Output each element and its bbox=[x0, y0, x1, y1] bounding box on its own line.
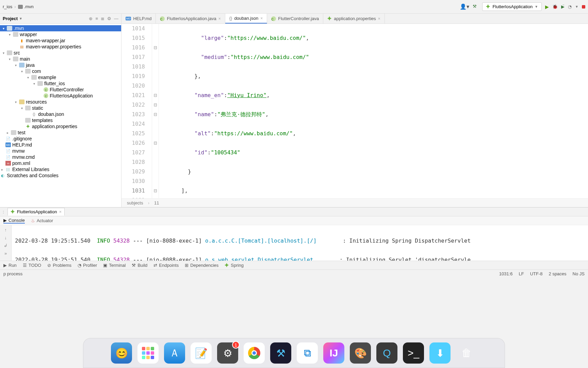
dock-chrome[interactable] bbox=[244, 342, 265, 364]
tree-node-appprops[interactable]: ⯌application.properties bbox=[0, 123, 121, 129]
cursor-position[interactable]: 1031:6 bbox=[499, 271, 513, 276]
dock-vscode[interactable]: ⧉ bbox=[297, 342, 318, 364]
endpoints-tool[interactable]: ⇄Endpoints bbox=[153, 263, 179, 268]
spring-tool[interactable]: ⯌Spring bbox=[225, 263, 244, 268]
top-toolbar: r_ios › .mvn 👤▾ ⚒ ⯌ FlutterIosApplicatio… bbox=[0, 0, 588, 14]
tree-node-help[interactable]: MDHELP.md bbox=[0, 142, 121, 148]
tree-node-mvnw[interactable]: 📄mvnw bbox=[0, 148, 121, 154]
bottom-tool-strip: ▶Run ☰TODO ⊘Problems ◔Profiler ▣Terminal… bbox=[0, 261, 588, 270]
run-tool[interactable]: ▶Run bbox=[3, 263, 17, 268]
debug-button[interactable]: 🐞 bbox=[552, 4, 558, 9]
tree-node-main[interactable]: ▾main bbox=[0, 56, 121, 62]
problems-tool[interactable]: ⊘Problems bbox=[47, 263, 71, 268]
terminal-icon: ▣ bbox=[103, 263, 107, 268]
close-icon[interactable]: × bbox=[59, 209, 62, 214]
dock-finder[interactable]: 😊 bbox=[111, 342, 132, 364]
soft-wrap-icon[interactable]: ↲ bbox=[4, 243, 7, 248]
tab-fcontroller[interactable]: cFlutterController.java bbox=[267, 14, 323, 24]
project-title[interactable]: Project ▼ bbox=[3, 16, 89, 21]
code-area[interactable]: "large":"https://www.baidu.com/", "mediu… bbox=[159, 24, 588, 198]
dock-quicktime[interactable]: Q bbox=[376, 342, 397, 364]
spring-icon: ⯌ bbox=[486, 4, 490, 9]
more-icon[interactable]: » bbox=[4, 251, 7, 256]
tree-node-fapp[interactable]: cFlutterIosApplication bbox=[0, 93, 121, 99]
tree-node-douban[interactable]: {}douban.json bbox=[0, 111, 121, 117]
profiler-tool[interactable]: ◔Profiler bbox=[78, 263, 97, 268]
tree-node-scratches[interactable]: ◐Scratches and Consoles bbox=[0, 172, 121, 179]
encoding[interactable]: UTF-8 bbox=[530, 271, 543, 276]
dock-trash[interactable]: 🗑 bbox=[456, 342, 477, 364]
tree-node-mvn[interactable]: ▾.mvn bbox=[0, 25, 121, 31]
profile-button[interactable]: ◔ bbox=[568, 4, 572, 9]
stop-button[interactable] bbox=[582, 5, 585, 9]
markdown-icon: MD bbox=[126, 17, 131, 20]
dock-colormeter[interactable]: 🎨 bbox=[350, 342, 371, 364]
breadcrumb-item[interactable]: .mvn bbox=[18, 4, 34, 9]
todo-tool[interactable]: ☰TODO bbox=[23, 263, 41, 268]
run-tab[interactable]: ⯌ FlutterIosApplication × bbox=[7, 208, 65, 216]
user-icon[interactable]: 👤▾ bbox=[460, 3, 469, 10]
terminal-tool[interactable]: ▣Terminal bbox=[103, 263, 126, 268]
tree-node-mwp[interactable]: ▤maven-wrapper.properties bbox=[0, 44, 121, 50]
fold-column[interactable]: ⊟⊟⊟⊟⊟⊟ bbox=[152, 24, 159, 198]
breadcrumb-item[interactable]: r_ios bbox=[3, 4, 12, 9]
tree-node-example[interactable]: ▾example bbox=[0, 74, 121, 80]
dock-settings[interactable]: ⚙1 bbox=[217, 342, 238, 364]
tab-fapp[interactable]: cFlutterIosApplication.java× bbox=[156, 14, 225, 24]
run-config-dropdown[interactable]: ⯌ FlutterIosApplication ▼ bbox=[482, 2, 542, 11]
tree-node-templates[interactable]: templates bbox=[0, 117, 121, 123]
close-icon[interactable]: × bbox=[260, 16, 263, 21]
tree-node-src[interactable]: ▾src bbox=[0, 50, 121, 56]
dock-xcode[interactable]: ⚒ bbox=[270, 342, 291, 364]
dock-launchpad[interactable] bbox=[137, 342, 159, 364]
dock-downloads[interactable]: ⬇ bbox=[429, 342, 451, 364]
coverage-button[interactable]: ▶̈ bbox=[561, 4, 565, 9]
line-separator[interactable]: LF bbox=[519, 271, 524, 276]
hammer-icon[interactable]: ⚒ bbox=[473, 4, 479, 10]
tab-appprops[interactable]: ⯌application.properties× bbox=[323, 14, 385, 24]
breadcrumb-item[interactable]: 11 bbox=[154, 200, 159, 205]
tree-node-wrapper[interactable]: ▾wrapper bbox=[0, 31, 121, 37]
console-output[interactable]: 2022-03-28 19:25:51.540 INFO 54328 --- [… bbox=[12, 225, 588, 261]
tree-node-gitignore[interactable]: 📄.gitignore bbox=[0, 136, 121, 142]
editor-body[interactable]: 1014 1015 1016 1017 1018 1019 1020 1021 … bbox=[121, 24, 588, 198]
tree-node-com[interactable]: ▾com bbox=[0, 68, 121, 74]
tab-douban[interactable]: {}douban.json× bbox=[225, 14, 267, 24]
dock-notes[interactable]: 📝 bbox=[191, 342, 212, 364]
collapse-icon[interactable]: ≡ bbox=[95, 16, 98, 21]
console-tab[interactable]: ▶Console bbox=[3, 218, 25, 224]
dock-terminal[interactable]: >_ bbox=[403, 342, 424, 364]
dock-intellij[interactable]: IJ bbox=[323, 342, 344, 364]
actuator-tab[interactable]: ♨Actuator bbox=[31, 218, 53, 223]
build-tool[interactable]: ⚒Build bbox=[132, 263, 147, 268]
tree-node-java[interactable]: ▾java bbox=[0, 62, 121, 68]
close-icon[interactable]: × bbox=[378, 16, 380, 21]
project-tree[interactable]: ▾.mvn ▾wrapper ▮maven-wrapper.jar ▤maven… bbox=[0, 24, 121, 207]
indent[interactable]: 2 spaces bbox=[549, 271, 567, 276]
scroll-down-icon[interactable]: ↓ bbox=[4, 235, 7, 240]
tree-node-fcontroller[interactable]: cFlutterController bbox=[0, 87, 121, 93]
problems-icon: ⊘ bbox=[47, 263, 51, 268]
tree-node-resources[interactable]: ▾resources bbox=[0, 99, 121, 105]
run-button[interactable]: ▶ bbox=[545, 4, 549, 10]
tree-node-test[interactable]: ▸test bbox=[0, 129, 121, 136]
target-icon[interactable]: ⊕ bbox=[89, 16, 93, 21]
tree-node-mwj[interactable]: ▮maven-wrapper.jar bbox=[0, 37, 121, 44]
tree-node-external[interactable]: ▸External Libraries bbox=[0, 166, 121, 172]
tree-node-pom[interactable]: mpom.xml bbox=[0, 160, 121, 166]
tree-node-mvnwcmd[interactable]: 📄mvnw.cmd bbox=[0, 154, 121, 160]
scroll-up-icon[interactable]: ↑ bbox=[4, 227, 7, 232]
tree-node-static[interactable]: ▾static bbox=[0, 105, 121, 111]
breadcrumb-item[interactable]: subjects bbox=[127, 200, 143, 205]
close-icon[interactable]: × bbox=[218, 16, 221, 21]
syntax[interactable]: No JS bbox=[573, 271, 585, 276]
expand-icon[interactable]: ≣ bbox=[101, 16, 104, 21]
tab-help[interactable]: MDHELP.md bbox=[121, 14, 156, 24]
project-header: Project ▼ ⊕ ≡ ≣ ⚙ — bbox=[0, 14, 121, 24]
hide-icon[interactable]: — bbox=[114, 16, 118, 21]
json-icon: {} bbox=[229, 16, 232, 21]
deps-tool[interactable]: ⊞Dependencies bbox=[185, 263, 218, 268]
tree-node-flutterios[interactable]: ▾flutter_ios bbox=[0, 80, 121, 87]
dock-appstore[interactable]: Ａ bbox=[164, 342, 185, 364]
gear-icon[interactable]: ⚙ bbox=[107, 16, 111, 21]
